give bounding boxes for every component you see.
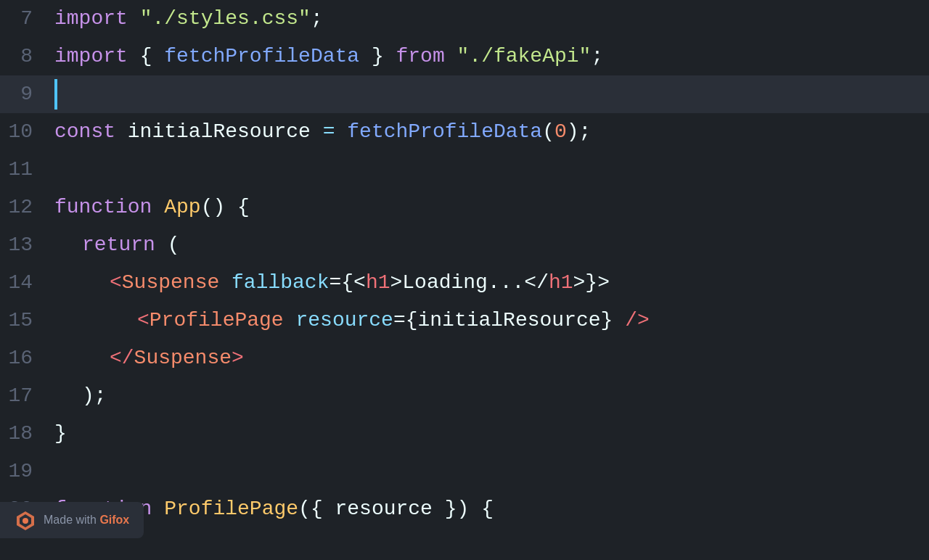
token: [152, 490, 164, 528]
line-number: 15: [0, 302, 47, 339]
token: <: [137, 302, 150, 339]
svg-point-2: [22, 518, 28, 524]
line-number: 19: [0, 453, 47, 490]
code-line: 8import { fetchProfileData } from "./fak…: [0, 38, 929, 75]
token: [152, 189, 164, 226]
line-content: function ProfilePage({ resource }) {: [47, 490, 929, 528]
token: );: [567, 113, 592, 151]
token: =: [323, 113, 335, 151]
code-line: 17);: [0, 377, 929, 415]
token: <: [110, 264, 122, 302]
token: [128, 0, 140, 38]
token: initialResource: [115, 113, 323, 151]
token: }: [54, 415, 67, 453]
token: from: [396, 38, 445, 75]
line-number: 12: [0, 189, 47, 226]
line-number: 10: [0, 113, 47, 151]
line-number: 16: [0, 339, 47, 377]
token: }: [359, 38, 396, 75]
code-line: 10const initialResource = fetchProfileDa…: [0, 113, 929, 151]
token: (: [542, 113, 554, 151]
code-line: 9: [0, 75, 929, 113]
token: >: [232, 339, 244, 377]
token: App: [164, 189, 200, 226]
line-content: <Suspense fallback={<h1>Loading...</h1>}…: [47, 264, 929, 302]
line-content: import { fetchProfileData } from "./fake…: [47, 38, 929, 75]
token: ({: [298, 490, 335, 528]
token: Suspense: [134, 339, 232, 377]
code-line: 12function App() {: [0, 189, 929, 226]
token: </: [110, 339, 134, 377]
token: h1: [549, 264, 573, 302]
code-line: 7import "./styles.css";: [0, 0, 929, 38]
token: function: [54, 189, 152, 226]
token: [335, 113, 347, 151]
token: />: [613, 302, 649, 339]
token: }) {: [433, 490, 494, 528]
token: >Loading...</: [390, 264, 549, 302]
code-line: 19: [0, 453, 929, 490]
code-line: 16</Suspense>: [0, 339, 929, 377]
gifox-icon: [15, 509, 36, 531]
token: return: [82, 226, 155, 264]
token: >}>: [573, 264, 610, 302]
code-area: 7import "./styles.css";8import { fetchPr…: [0, 0, 929, 560]
code-editor: 7import "./styles.css";8import { fetchPr…: [0, 0, 929, 560]
line-number: 17: [0, 377, 47, 415]
line-content: import "./styles.css";: [47, 0, 929, 38]
code-line: 14<Suspense fallback={<h1>Loading...</h1…: [0, 264, 929, 302]
gifox-watermark: Made with Gifox: [0, 502, 144, 538]
line-content: const initialResource = fetchProfileData…: [47, 113, 929, 151]
token: [219, 264, 232, 302]
line-content: return (: [47, 226, 929, 264]
token: () {: [201, 189, 250, 226]
watermark-text: Made with Gifox: [44, 514, 129, 527]
line-content: function App() {: [47, 189, 929, 226]
line-content: );: [47, 377, 929, 415]
line-content: <ProfilePage resource={initialResource} …: [47, 302, 929, 339]
token: "./styles.css": [140, 0, 311, 38]
code-line: 13return (: [0, 226, 929, 264]
line-number: 9: [0, 75, 47, 113]
token: fetchProfileData: [164, 38, 359, 75]
token: ;: [591, 38, 603, 75]
token: ={<: [329, 264, 365, 302]
token: "./fakeApi": [457, 38, 592, 75]
token: );: [82, 377, 107, 415]
token: (: [155, 226, 180, 264]
line-number: 11: [0, 151, 47, 189]
text-cursor: [54, 79, 57, 110]
token: [445, 38, 457, 75]
token: 0: [554, 113, 567, 151]
code-line: 15<ProfilePage resource={initialResource…: [0, 302, 929, 339]
token: ={initialResource}: [393, 302, 613, 339]
line-number: 13: [0, 226, 47, 264]
line-number: 14: [0, 264, 47, 302]
code-line: 11: [0, 151, 929, 189]
token: h1: [366, 264, 390, 302]
token: import: [54, 38, 128, 75]
line-content: [47, 79, 929, 110]
token: fetchProfileData: [347, 113, 542, 151]
token: fallback: [232, 264, 329, 302]
code-line: 18}: [0, 415, 929, 453]
line-content: </Suspense>: [47, 339, 929, 377]
token: const: [54, 113, 115, 151]
token: resource: [295, 302, 393, 339]
token: ProfilePage: [150, 302, 284, 339]
token: [284, 302, 296, 339]
line-number: 18: [0, 415, 47, 453]
token: import: [54, 0, 128, 38]
token: ;: [311, 0, 323, 38]
token: ProfilePage: [164, 490, 298, 528]
line-number: 7: [0, 0, 47, 38]
token: {: [128, 38, 164, 75]
line-content: }: [47, 415, 929, 453]
token: Suspense: [122, 264, 219, 302]
token: resource: [335, 490, 433, 528]
line-number: 8: [0, 38, 47, 75]
